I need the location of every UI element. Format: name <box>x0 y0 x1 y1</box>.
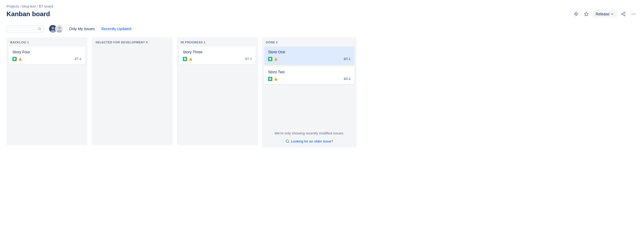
more-button[interactable] <box>629 10 638 18</box>
older-issues-label: Looking for an older issue? <box>291 139 333 143</box>
story-type-icon <box>268 77 272 81</box>
svg-line-23 <box>288 142 289 143</box>
page-header: Projects / blog-test / BT board Kanban b… <box>0 0 644 18</box>
card-title: Store One <box>268 50 351 54</box>
svg-marker-20 <box>274 57 278 61</box>
card-footer: BT-3 <box>183 57 252 61</box>
breadcrumb-board[interactable]: BT board <box>39 4 53 8</box>
card-footer: BT-1 <box>268 57 351 61</box>
card-bt4[interactable]: Story Four BT <box>9 47 85 64</box>
breadcrumb-sep1: / <box>20 4 21 8</box>
column-content-in-progress: Story Three B <box>177 47 258 127</box>
svg-point-16 <box>58 27 61 29</box>
avatar-group <box>49 25 64 33</box>
breadcrumb-projects[interactable]: Projects <box>6 4 19 8</box>
story-type-icon <box>183 57 187 61</box>
avatar-image-2 <box>56 25 63 33</box>
column-content-done: Store One BT- <box>262 47 357 127</box>
column-selected-dev: SELECTED FOR DEVELOPMENT 0 <box>92 37 173 145</box>
search-box[interactable] <box>6 25 44 33</box>
card-title: Story Two <box>268 70 351 74</box>
bolt-button[interactable] <box>572 10 580 18</box>
svg-point-13 <box>52 27 54 29</box>
column-backlog: BACKLOG 1 Story Four <box>6 37 87 145</box>
card-id: BT-1 <box>344 57 351 61</box>
svg-marker-18 <box>19 57 22 61</box>
svg-line-6 <box>622 13 624 14</box>
avatar-user2[interactable] <box>55 25 64 33</box>
card-id: BT-4 <box>75 57 81 61</box>
breadcrumb-project[interactable]: blog-test <box>22 4 36 8</box>
column-content-backlog: Story Four BT <box>6 47 87 127</box>
star-icon <box>584 12 589 16</box>
search-input[interactable] <box>9 27 36 31</box>
kanban-board: BACKLOG 1 Story Four <box>0 37 644 154</box>
card-bt3[interactable]: Story Three B <box>179 47 256 64</box>
release-button[interactable]: Release <box>592 10 617 18</box>
toolbar: Only My Issues Recently Updated <box>0 22 644 37</box>
card-id: BT-3 <box>245 57 252 61</box>
priority-icon <box>18 57 22 61</box>
priority-icon <box>274 77 278 81</box>
svg-point-3 <box>621 13 623 15</box>
search-icon <box>38 27 41 31</box>
column-done: DONE 2 Store One <box>262 37 357 148</box>
column-header-in-progress: IN PROGRESS 1 <box>177 37 258 47</box>
card-icons <box>268 77 278 81</box>
svg-marker-1 <box>584 12 588 16</box>
svg-point-7 <box>632 14 632 15</box>
card-footer: BT-4 <box>12 57 81 61</box>
svg-line-11 <box>40 29 41 30</box>
svg-marker-21 <box>274 77 278 81</box>
story-type-icon <box>268 57 272 61</box>
card-icons <box>12 57 22 61</box>
column-header-backlog: BACKLOG 1 <box>6 37 87 47</box>
card-icons <box>268 57 278 61</box>
release-label: Release <box>596 12 609 16</box>
card-title: Story Three <box>183 50 252 54</box>
bolt-icon <box>574 12 578 16</box>
more-icon <box>631 12 636 16</box>
svg-point-4 <box>624 15 625 16</box>
svg-point-22 <box>286 140 289 142</box>
card-icons <box>183 57 193 61</box>
svg-point-9 <box>635 14 635 15</box>
card-title: Story Four <box>12 50 81 54</box>
recently-updated-button[interactable]: Recently Updated <box>100 25 132 33</box>
title-row: Kanban board Release <box>6 10 638 18</box>
only-my-issues-button[interactable]: Only My Issues <box>68 25 96 33</box>
svg-marker-0 <box>574 12 578 16</box>
svg-line-5 <box>622 14 624 15</box>
older-issues-link[interactable]: Looking for an older issue? <box>262 138 357 148</box>
column-content-selected-dev <box>92 47 173 127</box>
card-footer: BT-2 <box>268 77 351 81</box>
card-bt1[interactable]: Store One BT- <box>264 47 354 64</box>
user-avatar-2-svg <box>56 25 63 33</box>
card-bt2[interactable]: Story Two BT- <box>264 67 354 84</box>
title-actions: Release <box>572 10 638 18</box>
breadcrumb: Projects / blog-test / BT board <box>6 4 638 8</box>
chevron-down-icon <box>611 12 614 16</box>
svg-marker-19 <box>189 57 192 61</box>
share-icon <box>621 12 626 16</box>
svg-point-2 <box>624 12 625 13</box>
page-title: Kanban board <box>6 10 50 18</box>
svg-point-10 <box>39 28 41 30</box>
priority-icon <box>274 57 278 61</box>
priority-icon <box>189 57 193 61</box>
column-in-progress: IN PROGRESS 1 Story Three <box>177 37 258 145</box>
breadcrumb-sep2: / <box>37 4 38 8</box>
recently-modified-message: We're only showing recently modified iss… <box>262 127 357 138</box>
story-type-icon <box>12 57 17 61</box>
column-header-done: DONE 2 <box>262 37 357 47</box>
star-button[interactable] <box>582 10 590 18</box>
search-older-icon <box>286 139 289 143</box>
column-header-selected-dev: SELECTED FOR DEVELOPMENT 0 <box>92 37 173 47</box>
card-id: BT-2 <box>344 77 351 81</box>
share-button[interactable] <box>619 10 627 18</box>
svg-point-8 <box>633 14 634 15</box>
